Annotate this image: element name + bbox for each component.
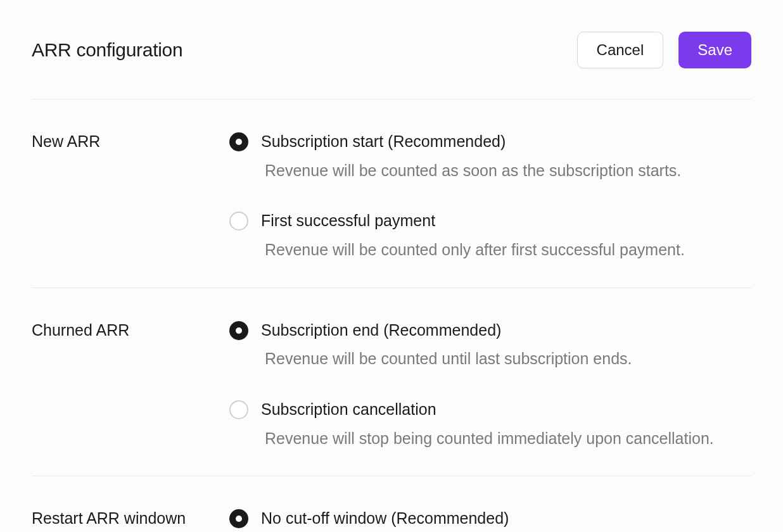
option-title: Subscription end (Recommended) (261, 320, 751, 341)
section-churned-arr: Churned ARR Subscription end (Recommende… (32, 288, 751, 477)
header: ARR configuration Cancel Save (32, 32, 751, 99)
radio-icon[interactable] (229, 509, 248, 528)
option-title: No cut-off window (Recommended) (261, 508, 751, 529)
option-subscription-end[interactable]: Subscription end (Recommended) Revenue w… (229, 320, 751, 371)
radio-icon[interactable] (229, 212, 248, 231)
option-desc: Revenue will be counted as soon as the s… (261, 159, 751, 183)
page-title: ARR configuration (32, 39, 182, 61)
cancel-button[interactable]: Cancel (577, 32, 664, 68)
option-title: Subscription start (Recommended) (261, 131, 751, 153)
option-subscription-start[interactable]: Subscription start (Recommended) Revenue… (229, 131, 751, 182)
radio-icon[interactable] (229, 132, 248, 151)
section-label: Restart ARR windown (32, 508, 229, 532)
options-list: Subscription end (Recommended) Revenue w… (229, 320, 751, 451)
option-desc: Revenue will be counted until last subsc… (261, 347, 751, 371)
button-group: Cancel Save (577, 32, 751, 68)
option-title: Subscription cancellation (261, 399, 751, 421)
section-restart-arr: Restart ARR windown No cut-off window (R… (32, 476, 751, 532)
options-list: Subscription start (Recommended) Revenue… (229, 131, 751, 262)
option-title: First successful payment (261, 210, 751, 232)
option-text: No cut-off window (Recommended) Revenue … (261, 508, 751, 532)
option-text: Subscription cancellation Revenue will s… (261, 399, 751, 450)
option-text: First successful payment Revenue will be… (261, 210, 751, 262)
radio-icon[interactable] (229, 400, 248, 419)
options-list: No cut-off window (Recommended) Revenue … (229, 508, 751, 532)
section-label: Churned ARR (32, 320, 229, 451)
option-desc: Revenue will be counted only after first… (261, 238, 751, 262)
option-no-cutoff[interactable]: No cut-off window (Recommended) Revenue … (229, 508, 751, 532)
save-button[interactable]: Save (678, 32, 751, 68)
option-text: Subscription start (Recommended) Revenue… (261, 131, 751, 182)
section-new-arr: New ARR Subscription start (Recommended)… (32, 99, 751, 288)
section-label: New ARR (32, 131, 229, 262)
option-text: Subscription end (Recommended) Revenue w… (261, 320, 751, 371)
option-subscription-cancellation[interactable]: Subscription cancellation Revenue will s… (229, 399, 751, 450)
option-desc: Revenue will stop being counted immediat… (261, 427, 751, 451)
radio-icon[interactable] (229, 321, 248, 340)
option-first-payment[interactable]: First successful payment Revenue will be… (229, 210, 751, 262)
